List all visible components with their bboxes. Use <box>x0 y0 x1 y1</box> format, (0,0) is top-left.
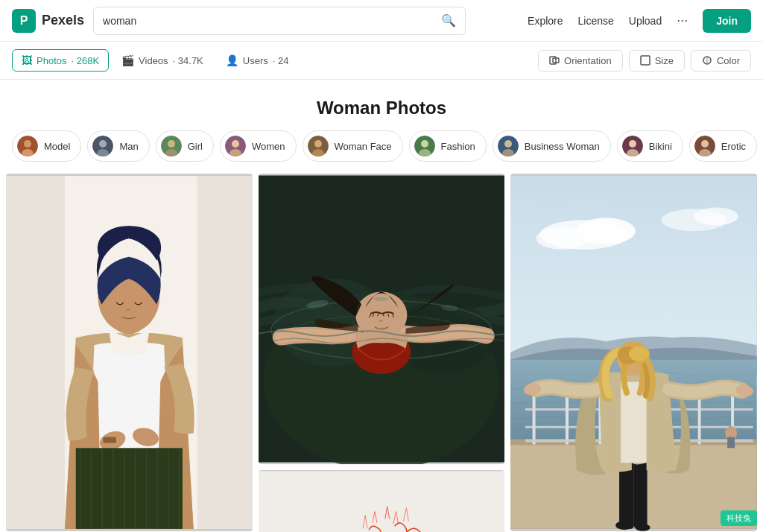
svg-point-26 <box>629 140 636 148</box>
nav-more[interactable]: ··· <box>677 13 688 28</box>
avatar-women <box>225 136 246 156</box>
color-filter[interactable]: Color <box>691 50 751 72</box>
users-icon: 👤 <box>226 54 238 66</box>
svg-point-5 <box>24 140 31 148</box>
avatar-man <box>92 136 113 156</box>
logo[interactable]: P Pexels <box>12 9 84 33</box>
svg-rect-65 <box>259 471 505 532</box>
nav-explore[interactable]: Explore <box>528 15 563 27</box>
photo-col-3 <box>510 174 757 532</box>
photo-col-1 <box>6 174 253 532</box>
page-title-area: Woman Photos <box>0 80 763 130</box>
videos-icon: 🎬 <box>121 54 134 66</box>
svg-point-8 <box>99 140 107 148</box>
photo-item-2[interactable] <box>259 174 505 464</box>
nav-links: Explore License Upload ··· Join <box>528 9 751 33</box>
svg-point-14 <box>232 140 239 148</box>
category-model[interactable]: Model <box>12 130 81 162</box>
tab-photos[interactable]: 🖼 Photos · 268K <box>12 49 109 72</box>
search-input[interactable] <box>103 15 441 27</box>
avatar-bikini <box>622 136 643 156</box>
svg-rect-50 <box>146 448 148 529</box>
svg-rect-46 <box>101 448 103 529</box>
orientation-label: Orientation <box>564 55 612 66</box>
svg-rect-53 <box>179 448 180 529</box>
svg-rect-47 <box>113 448 114 529</box>
avatar-woman-face <box>308 136 329 156</box>
avatar-model <box>17 136 38 156</box>
filter-right: Orientation Size Color <box>538 50 751 72</box>
category-business-woman-label: Business Woman <box>525 141 600 152</box>
category-man-label: Man <box>119 141 138 152</box>
photo-3-svg <box>259 470 505 532</box>
orientation-filter[interactable]: Orientation <box>538 50 623 72</box>
photos-icon: 🖼 <box>22 54 32 66</box>
photo-4-svg <box>510 174 757 531</box>
photo-grid <box>0 174 763 532</box>
tab-users-label: Users <box>243 55 268 66</box>
svg-point-76 <box>694 208 738 226</box>
category-fashion[interactable]: Fashion <box>409 130 487 162</box>
search-icon[interactable]: 🔍 <box>441 13 456 28</box>
svg-rect-51 <box>156 448 158 529</box>
svg-point-39 <box>107 282 151 334</box>
category-women[interactable]: Women <box>220 130 297 162</box>
svg-rect-48 <box>124 448 125 529</box>
svg-point-23 <box>504 140 512 148</box>
svg-point-29 <box>701 140 709 148</box>
avatar-fashion <box>414 136 435 156</box>
tab-users-count: · 24 <box>273 55 289 66</box>
avatar-girl <box>161 136 182 156</box>
svg-rect-49 <box>135 448 136 529</box>
tab-photos-count: · 268K <box>71 55 99 66</box>
photo-2-svg <box>259 174 505 464</box>
size-filter[interactable]: Size <box>629 50 685 72</box>
svg-point-64 <box>374 297 389 301</box>
tab-videos[interactable]: 🎬 Videos · 34.7K <box>112 49 213 72</box>
category-woman-face[interactable]: Woman Face <box>303 130 403 162</box>
orientation-icon <box>549 55 560 66</box>
svg-rect-80 <box>533 389 536 444</box>
svg-point-20 <box>421 140 428 148</box>
tab-users[interactable]: 👤 Users · 24 <box>216 49 299 72</box>
category-girl-label: Girl <box>188 141 203 152</box>
join-button[interactable]: Join <box>703 9 751 33</box>
svg-rect-2 <box>641 56 650 65</box>
svg-point-17 <box>314 140 322 148</box>
category-model-label: Model <box>44 141 70 152</box>
svg-rect-96 <box>634 459 648 529</box>
logo-icon: P <box>12 9 36 33</box>
logo-letter: P <box>20 14 28 28</box>
color-label: Color <box>717 55 740 66</box>
size-icon <box>640 55 650 66</box>
search-bar: 🔍 <box>93 7 466 35</box>
nav-license[interactable]: License <box>578 15 614 27</box>
tab-videos-label: Videos <box>139 55 168 66</box>
photo-col-2 <box>259 174 505 532</box>
size-label: Size <box>655 55 674 66</box>
category-business-woman[interactable]: Business Woman <box>493 130 611 162</box>
category-girl[interactable]: Girl <box>156 130 214 162</box>
nav-upload[interactable]: Upload <box>629 15 662 27</box>
svg-rect-52 <box>168 448 169 529</box>
photo-item-1[interactable] <box>6 174 253 531</box>
svg-point-11 <box>168 140 175 148</box>
color-icon <box>702 55 712 66</box>
category-row: Model Man Girl <box>0 130 763 174</box>
photo-item-3[interactable] <box>259 470 505 532</box>
category-man[interactable]: Man <box>87 130 149 162</box>
header: P Pexels 🔍 Explore License Upload ··· Jo… <box>0 0 763 42</box>
filter-bar: 🖼 Photos · 268K 🎬 Videos · 34.7K 👤 Users… <box>0 42 763 80</box>
avatar-erotic <box>694 136 715 156</box>
category-woman-face-label: Woman Face <box>335 141 392 152</box>
svg-rect-44 <box>80 448 81 529</box>
category-erotic[interactable]: Erotic <box>689 130 757 162</box>
tab-videos-count: · 34.7K <box>173 55 203 66</box>
category-bikini[interactable]: Bikini <box>617 130 683 162</box>
logo-name: Pexels <box>42 13 84 28</box>
category-fashion-label: Fashion <box>441 141 475 152</box>
svg-rect-45 <box>91 448 92 529</box>
photo-item-4[interactable] <box>510 174 757 531</box>
category-women-label: Women <box>252 141 285 152</box>
svg-point-74 <box>536 227 588 250</box>
